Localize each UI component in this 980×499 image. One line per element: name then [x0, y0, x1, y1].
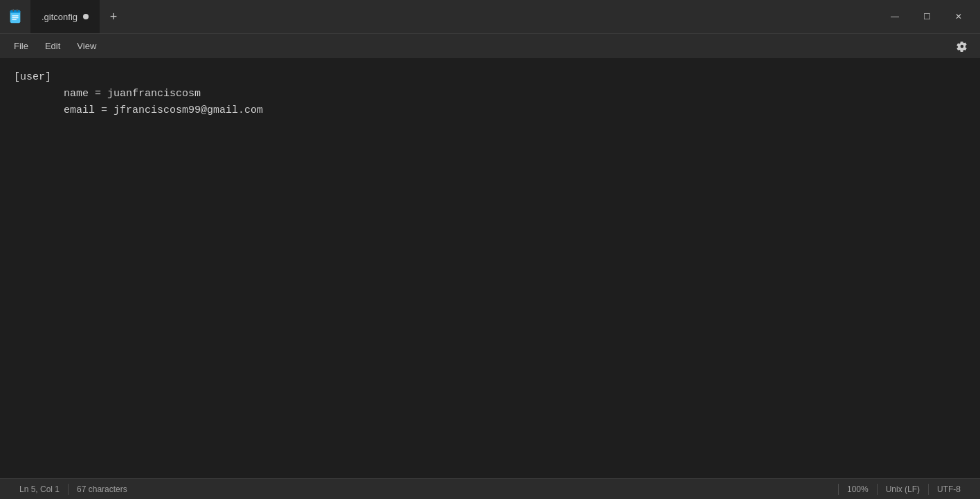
status-encoding[interactable]: UTF-8: [929, 479, 969, 499]
status-bar: Ln 5, Col 1 67 characters 100% Unix (LF)…: [0, 478, 980, 499]
svg-rect-5: [12, 9, 14, 12]
svg-rect-3: [12, 17, 18, 18]
settings-button[interactable]: [950, 35, 974, 57]
svg-rect-1: [10, 10, 21, 13]
maximize-button[interactable]: ☐: [911, 6, 943, 28]
notepad-icon: [8, 9, 23, 24]
minimize-button[interactable]: —: [879, 6, 911, 28]
status-position[interactable]: Ln 5, Col 1: [11, 479, 68, 499]
menu-bar: File Edit View: [0, 33, 980, 58]
svg-rect-4: [12, 19, 16, 20]
window-controls: — ☐ ✕: [879, 6, 974, 28]
menu-view[interactable]: View: [69, 38, 105, 54]
editor-content: [user] name = juanfranciscosm email = jf…: [14, 69, 966, 119]
svg-rect-6: [17, 9, 18, 12]
new-tab-button[interactable]: +: [102, 6, 125, 28]
tab-label: .gitconfig: [42, 12, 78, 22]
app-icon: [6, 7, 25, 26]
tab-unsaved-indicator: [83, 14, 89, 19]
status-characters[interactable]: 67 characters: [69, 479, 136, 499]
editor-area[interactable]: [user] name = juanfranciscosm email = jf…: [0, 58, 980, 478]
title-bar: .gitconfig + — ☐ ✕: [0, 0, 980, 33]
tab-gitconfig[interactable]: .gitconfig: [30, 0, 100, 33]
menu-file[interactable]: File: [6, 38, 37, 54]
tab-area: .gitconfig +: [30, 0, 879, 33]
gear-icon: [956, 41, 968, 52]
menu-edit[interactable]: Edit: [37, 38, 69, 54]
svg-rect-2: [12, 15, 18, 16]
close-button[interactable]: ✕: [943, 6, 974, 28]
status-line-ending[interactable]: Unix (LF): [878, 479, 928, 499]
status-zoom[interactable]: 100%: [839, 479, 877, 499]
